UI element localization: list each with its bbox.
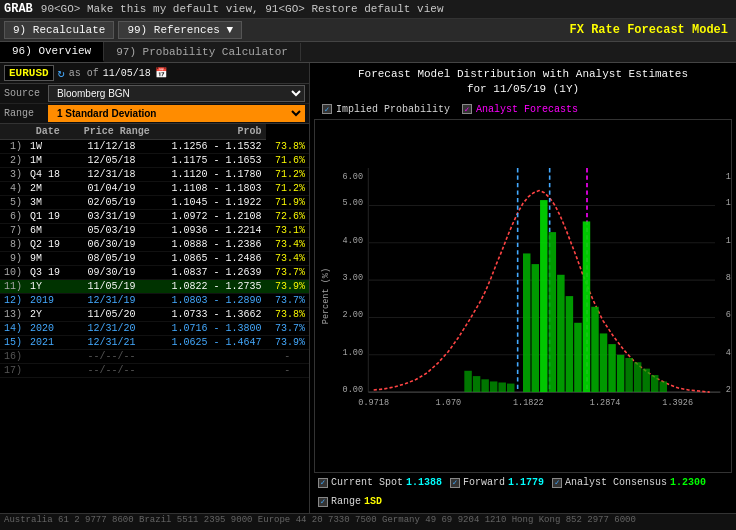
row-date: 12/31/20 (69, 322, 153, 336)
svg-text:4.00: 4.00 (343, 236, 363, 246)
current-spot-checkbox[interactable]: ✓ (318, 478, 328, 488)
row-label: Q3 19 (26, 266, 69, 280)
svg-text:0.9718: 0.9718 (358, 398, 389, 408)
source-select[interactable]: Bloomberg BGN (48, 85, 305, 102)
row-date: 12/31/18 (69, 168, 153, 182)
row-label: Q1 19 (26, 210, 69, 224)
forward-item: ✓ Forward 1.1779 (450, 477, 544, 488)
svg-rect-46 (481, 379, 488, 392)
row-date: 11/05/19 (69, 280, 153, 294)
currency-pair: EURUSD (4, 65, 54, 81)
table-row: 12)201912/31/191.0803 - 1.289073.7% (0, 294, 309, 308)
row-prob: 73.8% (266, 140, 309, 154)
row-num: 17) (0, 364, 26, 378)
row-label: 2M (26, 182, 69, 196)
svg-rect-36 (557, 275, 564, 392)
row-num: 4) (0, 182, 26, 196)
row-num: 10) (0, 266, 26, 280)
row-range: 1.1256 - 1.1532 (154, 140, 266, 154)
row-num: 6) (0, 210, 26, 224)
chart-legend: ✓ Implied Probability ✓ Analyst Forecast… (314, 102, 732, 117)
row-prob: 71.6% (266, 154, 309, 168)
row-range (154, 350, 266, 364)
row-label: 1M (26, 154, 69, 168)
svg-text:5.00: 5.00 (343, 198, 363, 208)
row-label: 2Y (26, 308, 69, 322)
analyst-consensus-checkbox[interactable]: ✓ (552, 478, 562, 488)
svg-text:12.00: 12.00 (726, 198, 731, 208)
svg-text:6.00: 6.00 (726, 310, 731, 320)
forward-label: Forward (463, 477, 505, 488)
svg-text:1.2874: 1.2874 (590, 398, 621, 408)
svg-rect-47 (490, 381, 497, 392)
analyst-checkbox[interactable]: ✓ (462, 104, 472, 114)
row-num: 11) (0, 280, 26, 294)
row-label (26, 350, 69, 364)
svg-text:6.00: 6.00 (343, 172, 363, 182)
row-date: --/--/-- (69, 364, 153, 378)
footer-contacts: Australia 61 2 9777 8600 Brazil 5511 239… (4, 515, 636, 527)
refresh-icon[interactable]: ↻ (58, 66, 65, 81)
forward-value: 1.1779 (508, 477, 544, 488)
calendar-icon[interactable]: 📅 (155, 67, 167, 79)
row-label: 3M (26, 196, 69, 210)
col-range: Price Range (69, 124, 153, 140)
forward-checkbox[interactable]: ✓ (450, 478, 460, 488)
table-row: 1)1W11/12/181.1256 - 1.153273.8% (0, 140, 309, 154)
row-date: 09/30/19 (69, 266, 153, 280)
references-button[interactable]: 99) References ▼ (118, 21, 242, 39)
row-label: 1W (26, 140, 69, 154)
svg-rect-49 (507, 383, 514, 392)
right-panel: Forecast Model Distribution with Analyst… (310, 63, 736, 513)
svg-rect-48 (498, 382, 505, 392)
table-row: 10)Q3 1909/30/191.0837 - 1.263973.7% (0, 266, 309, 280)
row-date: 03/31/19 (69, 210, 153, 224)
tab-probability[interactable]: 97) Probability Calculator (104, 43, 301, 61)
analyst-consensus-value: 1.2300 (670, 477, 706, 488)
row-num: 2) (0, 154, 26, 168)
recalculate-button[interactable]: 9) Recalculate (4, 21, 114, 39)
as-of-label: as of (69, 68, 99, 79)
col-num (0, 124, 26, 140)
svg-rect-53 (651, 375, 658, 392)
grab-label: GRAB (4, 2, 33, 16)
row-label: 6M (26, 224, 69, 238)
table-row: 3)Q4 1812/31/181.1120 - 1.178071.2% (0, 168, 309, 182)
svg-rect-45 (473, 376, 480, 392)
svg-rect-51 (634, 362, 641, 392)
table-row: 7)6M05/03/191.0936 - 1.221473.1% (0, 224, 309, 238)
table-row: 5)3M02/05/191.1045 - 1.192271.9% (0, 196, 309, 210)
svg-rect-43 (617, 355, 624, 392)
tab-overview[interactable]: 96) Overview (0, 42, 104, 62)
row-num: 1) (0, 140, 26, 154)
row-range: 1.0888 - 1.2386 (154, 238, 266, 252)
row-prob: 71.2% (266, 182, 309, 196)
svg-text:14.00: 14.00 (726, 172, 731, 182)
svg-rect-40 (591, 307, 598, 392)
row-num: 15) (0, 336, 26, 350)
table-row: 14)202012/31/201.0716 - 1.380073.7% (0, 322, 309, 336)
row-num: 13) (0, 308, 26, 322)
toolbar-title: FX Rate Forecast Model (570, 23, 728, 37)
range-label: Range (4, 108, 44, 119)
row-prob: 73.4% (266, 252, 309, 266)
svg-text:1.3926: 1.3926 (662, 398, 693, 408)
row-prob: 73.8% (266, 308, 309, 322)
row-prob: 73.7% (266, 322, 309, 336)
tabs-bar: 96) Overview 97) Probability Calculator (0, 42, 736, 63)
col-date: Date (26, 124, 69, 140)
svg-rect-39 (583, 221, 590, 392)
row-prob: - (266, 364, 309, 378)
row-range (154, 364, 266, 378)
svg-rect-52 (642, 368, 649, 391)
range-checkbox[interactable]: ✓ (318, 497, 328, 507)
row-range: 1.1120 - 1.1780 (154, 168, 266, 182)
table-row: 4)2M01/04/191.1108 - 1.180371.2% (0, 182, 309, 196)
range-select[interactable]: 1 Standard Deviation (48, 105, 305, 122)
row-label: 2019 (26, 294, 69, 308)
row-date: 06/30/19 (69, 238, 153, 252)
main-layout: EURUSD ↻ as of 11/05/18 📅 Source Bloombe… (0, 63, 736, 513)
table-row: 2)1M12/05/181.1175 - 1.165371.6% (0, 154, 309, 168)
implied-checkbox[interactable]: ✓ (322, 104, 332, 114)
svg-text:1.00: 1.00 (343, 348, 363, 358)
